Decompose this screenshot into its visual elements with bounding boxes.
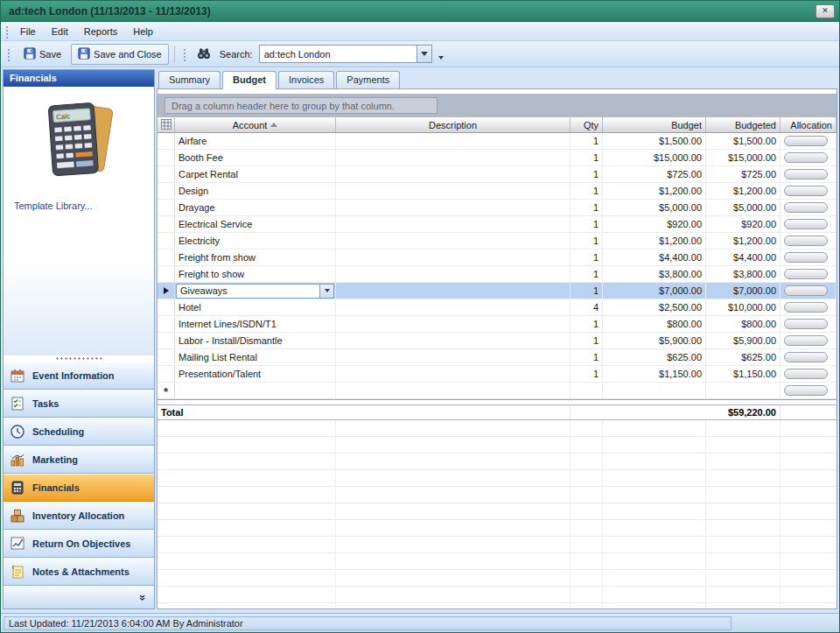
table-row[interactable]: Internet Lines/ISDN/T11$800.00$800.00 (158, 316, 836, 333)
allocation-bar[interactable] (784, 186, 828, 196)
cell-budget: $3,800.00 (603, 266, 706, 282)
financials-icon (10, 480, 25, 496)
chevron-double-icon: » (136, 594, 150, 601)
save-and-close-button[interactable]: Save and Close (71, 44, 169, 65)
sidebar-item-event-information[interactable]: Event Information (4, 362, 154, 390)
row-indicator-cell (158, 183, 175, 199)
allocation-bar[interactable] (784, 152, 828, 163)
column-header-description[interactable]: Description (336, 117, 570, 132)
cell-description (336, 216, 570, 232)
cell-account: Mailing List Rental (175, 349, 336, 365)
grid-header: AccountDescriptionQtyBudgetBudgetedAlloc… (158, 116, 836, 133)
menu-item-edit[interactable]: Edit (44, 24, 76, 39)
row-indicator-cell (158, 216, 175, 232)
tab-summary[interactable]: Summary (158, 71, 220, 88)
cell-budget: $7,000.00 (603, 283, 706, 299)
column-header-budget[interactable]: Budget (603, 117, 706, 132)
column-header-account[interactable]: Account (175, 117, 336, 132)
allocation-bar[interactable] (784, 252, 828, 263)
cell-account: Drayage (175, 200, 336, 215)
save-button[interactable]: Save (17, 44, 68, 65)
cell-allocation (780, 216, 836, 232)
cell-budgeted: $920.00 (706, 216, 780, 232)
column-header-allocation[interactable]: Allocation (780, 117, 836, 132)
cell-qty: 1 (570, 250, 603, 265)
toolbar-overflow-button[interactable] (435, 45, 448, 64)
table-row[interactable]: Electrical Service1$920.00$920.00 (158, 216, 836, 233)
cell-budget: $800.00 (603, 316, 706, 332)
sidebar-item-inventory-allocation[interactable]: Inventory Allocation (4, 502, 154, 530)
sidebar-item-tasks[interactable]: Tasks (4, 390, 154, 418)
sidebar-item-notes-attachments[interactable]: Notes & Attachments (4, 558, 154, 586)
cell-account: Giveaways (175, 283, 336, 299)
allocation-bar[interactable] (784, 369, 828, 379)
toolbar-grip-handle[interactable] (6, 47, 10, 61)
allocation-bar[interactable] (784, 269, 828, 279)
cell-allocation (780, 166, 836, 182)
allocation-bar[interactable] (784, 169, 828, 179)
allocation-bar[interactable] (784, 385, 828, 396)
table-row[interactable]: Giveaways1$7,000.00$7,000.00 (158, 283, 836, 299)
column-header-budgeted[interactable]: Budgeted (706, 117, 780, 132)
table-row[interactable]: Drayage1$5,000.00$5,000.00 (158, 200, 836, 216)
cell-allocation (780, 333, 836, 348)
search-combobox[interactable]: ad:tech London (259, 45, 432, 63)
allocation-bar[interactable] (784, 335, 828, 346)
menu-item-help[interactable]: Help (125, 24, 161, 39)
menu-grip-handle[interactable] (4, 25, 9, 39)
table-row[interactable]: Carpet Rental1$725.00$725.00 (158, 166, 836, 183)
cell-qty (570, 383, 603, 398)
tab-payments[interactable]: Payments (336, 71, 400, 88)
allocation-bar[interactable] (784, 302, 828, 313)
allocation-bar[interactable] (784, 219, 828, 229)
sidebar-item-marketing[interactable]: Marketing (4, 446, 154, 474)
event-information-icon (10, 368, 25, 383)
allocation-bar[interactable] (784, 136, 828, 146)
menu-item-file[interactable]: File (12, 24, 44, 39)
cell-budget: $4,400.00 (603, 250, 706, 265)
allocation-bar[interactable] (784, 285, 828, 296)
row-indicator-cell (158, 283, 175, 299)
close-button[interactable]: ✕ (816, 4, 835, 18)
tab-invoices[interactable]: Invoices (278, 71, 334, 88)
column-header-qty[interactable]: Qty (570, 117, 603, 132)
table-row[interactable]: Design1$1,200.00$1,200.00 (158, 183, 836, 200)
table-row[interactable]: Freight to show1$3,800.00$3,800.00 (158, 266, 836, 283)
cell-account: Design (175, 183, 336, 199)
table-row[interactable]: Labor - Install/Dismantle1$5,900.00$5,90… (158, 333, 836, 349)
table-row[interactable]: Hotel4$2,500.00$10,000.00 (158, 299, 836, 316)
cell-allocation (780, 133, 836, 149)
account-combobox-dropdown-button[interactable] (319, 285, 333, 298)
account-combobox[interactable]: Giveaways (176, 284, 334, 299)
sidebar-splitter-grip[interactable] (54, 355, 103, 360)
find-button[interactable] (192, 44, 215, 65)
cell-account: Internet Lines/ISDN/T1 (175, 316, 336, 332)
allocation-bar[interactable] (784, 352, 828, 362)
menu-item-reports[interactable]: Reports (76, 24, 126, 39)
template-library-link[interactable]: Template Library... (14, 200, 154, 211)
table-row[interactable]: Airfare1$1,500.00$1,500.00 (158, 133, 836, 150)
sidebar-item-return-on-objectives[interactable]: Return On Objectives (4, 530, 154, 558)
allocation-bar[interactable] (784, 319, 828, 329)
app-window: ad:tech London (11/13/2013 - 11/13/2013)… (0, 0, 840, 633)
new-row[interactable]: * (158, 383, 836, 399)
row-indicator-header[interactable] (158, 117, 175, 132)
table-row[interactable]: Freight from show1$4,400.00$4,400.00 (158, 250, 836, 266)
sidebar-overflow-button[interactable]: » (4, 586, 154, 608)
table-row[interactable]: Mailing List Rental1$625.00$625.00 (158, 349, 836, 366)
cell-budgeted (706, 383, 780, 398)
allocation-bar[interactable] (784, 202, 828, 213)
new-row-indicator-cell: * (158, 383, 175, 398)
sidebar-item-scheduling[interactable]: Scheduling (4, 418, 154, 446)
tab-budget[interactable]: Budget (222, 71, 276, 89)
table-row[interactable]: Booth Fee1$15,000.00$15,000.00 (158, 150, 836, 166)
search-combobox-dropdown-button[interactable] (416, 46, 431, 62)
cell-budgeted: $1,150.00 (706, 366, 780, 382)
cell-qty: 1 (570, 200, 603, 215)
table-row[interactable]: Electricity1$1,200.00$1,200.00 (158, 233, 836, 250)
cell-description (336, 150, 570, 165)
toolbar-grip-handle[interactable] (182, 47, 186, 61)
sidebar-item-financials[interactable]: Financials (4, 474, 154, 502)
allocation-bar[interactable] (784, 236, 828, 246)
table-row[interactable]: Presentation/Talent1$1,150.00$1,150.00 (158, 366, 836, 383)
